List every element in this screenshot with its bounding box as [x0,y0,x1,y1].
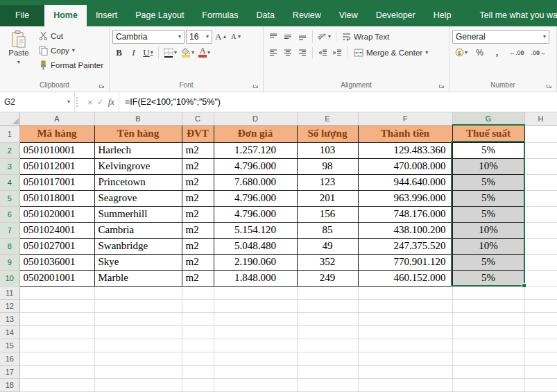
cell-A11[interactable] [19,286,94,299]
tab-data[interactable]: Data [247,5,283,26]
cell-D18[interactable] [214,378,297,391]
number-dialog-launcher[interactable] [546,83,552,89]
cell-E2[interactable]: 103 [297,142,358,158]
cell-F5[interactable]: 963.996.000 [358,190,452,206]
cell-H3[interactable] [524,158,557,174]
cell-B15[interactable] [94,339,182,352]
cell-H9[interactable] [524,254,557,270]
fill-color-button[interactable]: ▾ [180,46,196,60]
cell-E10[interactable]: 249 [297,270,358,286]
cell-G17[interactable] [452,365,524,378]
cancel-entry-button[interactable]: × [87,97,93,108]
cell-B5[interactable]: Seagrove [94,190,182,206]
cell-B6[interactable]: Summerhill [94,206,182,222]
tab-help[interactable]: Help [425,5,461,26]
row-header-5[interactable]: 5 [0,190,19,206]
cell-G9[interactable]: 5% [452,254,524,270]
italic-button[interactable]: I [127,46,140,60]
cell-H8[interactable] [524,238,557,254]
cell-H6[interactable] [524,206,557,222]
cell-G8[interactable]: 10% [452,238,524,254]
format-painter-button[interactable]: Format Painter [37,58,105,71]
cell-A12[interactable] [19,299,94,312]
comma-style-button[interactable]: , [490,46,504,60]
column-header-E[interactable]: E [297,112,358,125]
row-header-3[interactable]: 3 [0,158,19,174]
cut-button[interactable]: Cut [37,29,105,42]
cell-H5[interactable] [524,190,557,206]
cell-G7[interactable]: 10% [452,222,524,238]
cell-E15[interactable] [297,339,358,352]
paste-button[interactable]: Paste ▾ [3,28,35,71]
cell-C2[interactable]: m2 [182,142,214,158]
cell-G10[interactable]: 5% [452,270,524,286]
alignment-dialog-launcher[interactable] [438,83,445,89]
cell-A4[interactable]: 0501017001 [19,174,94,190]
decrease-decimal-button[interactable]: .00→ [530,46,548,60]
cell-A13[interactable] [19,312,94,325]
cell-B10[interactable]: Marble [94,270,182,286]
cell-B7[interactable]: Cambria [94,222,182,238]
cell-F17[interactable] [358,365,452,378]
cell-G5[interactable]: 5% [452,190,524,206]
tab-formulas[interactable]: Formulas [193,5,247,26]
confirm-entry-button[interactable]: ✓ [97,97,104,107]
select-all-button[interactable] [0,112,19,125]
cell-B8[interactable]: Swanbridge [94,238,182,254]
formula-input[interactable]: =IF(E2<100;"10%";"5%") [119,92,557,112]
cell-G14[interactable] [452,325,524,339]
row-header-13[interactable]: 13 [0,312,19,325]
merge-center-button[interactable]: Merge & Center ▾ [352,46,430,60]
cell-A18[interactable] [19,378,94,391]
decrease-font-size-button[interactable]: A▼ [230,30,243,44]
cell-H12[interactable] [524,299,557,312]
middle-align-button[interactable] [281,30,294,44]
row-header-8[interactable]: 8 [0,238,19,254]
cell-E9[interactable]: 352 [297,254,358,270]
cell-A6[interactable]: 0501020001 [19,206,94,222]
font-dialog-launcher[interactable] [252,83,259,89]
decrease-indent-button[interactable] [316,46,329,60]
cell-F16[interactable] [358,352,452,365]
row-header-10[interactable]: 10 [0,270,19,286]
row-header-16[interactable]: 16 [0,352,19,365]
tab-view[interactable]: View [330,5,367,26]
column-header-H[interactable]: H [524,112,557,125]
cell-F12[interactable] [358,299,452,312]
cell-B11[interactable] [94,286,182,299]
top-align-button[interactable] [266,30,280,44]
cell-B17[interactable] [94,365,182,378]
bottom-align-button[interactable] [295,30,309,44]
cell-A15[interactable] [19,339,94,352]
cell-G15[interactable] [452,339,524,352]
cell-G11[interactable] [452,286,524,299]
column-header-G[interactable]: G [452,112,524,125]
cell-D9[interactable]: 2.190.060 [214,254,297,270]
cell-C10[interactable]: m2 [182,270,214,286]
cell-C1[interactable]: ĐVT [182,125,214,142]
align-right-button[interactable] [295,46,309,60]
cell-G18[interactable] [452,378,524,391]
cell-C6[interactable]: m2 [182,206,214,222]
cell-A9[interactable]: 0501036001 [19,254,94,270]
cell-C18[interactable] [182,378,214,391]
font-name-select[interactable]: Cambria ▾ [112,30,185,44]
cell-H13[interactable] [524,312,557,325]
cell-C3[interactable]: m2 [182,158,214,174]
cell-D10[interactable]: 1.848.000 [214,270,297,286]
cell-A3[interactable]: 0501012001 [19,158,94,174]
cell-A10[interactable]: 0502001001 [19,270,94,286]
cell-D14[interactable] [214,325,297,339]
cell-F1[interactable]: Thành tiền [358,125,452,142]
cell-E5[interactable]: 201 [297,190,358,206]
cell-H14[interactable] [524,325,557,339]
cell-H7[interactable] [524,222,557,238]
row-header-1[interactable]: 1 [0,125,19,142]
row-header-12[interactable]: 12 [0,299,19,312]
cell-G1[interactable]: Thuế suất [452,125,524,142]
cell-F13[interactable] [358,312,452,325]
cell-A8[interactable]: 0501027001 [19,238,94,254]
tell-me-box[interactable]: Tell me what you want [470,5,557,26]
column-header-B[interactable]: B [94,112,182,125]
insert-function-button[interactable]: fx [108,96,114,108]
